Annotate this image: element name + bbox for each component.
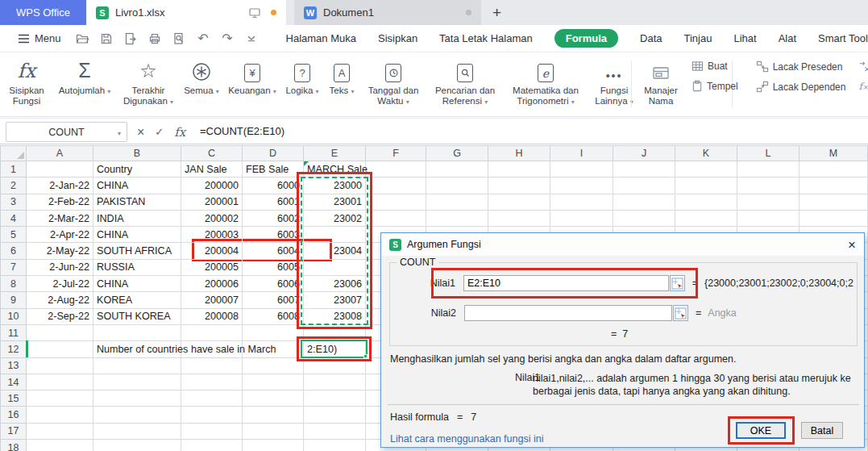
- cell[interactable]: 200007: [181, 292, 243, 308]
- cell[interactable]: [27, 440, 93, 451]
- column-header-l[interactable]: L: [737, 146, 799, 161]
- cell[interactable]: [426, 177, 488, 194]
- row-header-7[interactable]: 7: [1, 259, 27, 275]
- cell[interactable]: CHINA: [93, 227, 181, 243]
- cell[interactable]: [27, 341, 93, 357]
- open-icon[interactable]: [76, 31, 89, 45]
- cell[interactable]: CHINA: [93, 276, 181, 292]
- cell[interactable]: 200006: [181, 276, 243, 292]
- column-header-g[interactable]: G: [426, 146, 488, 161]
- document-tab-dokumen1[interactable]: W Dokumen1: [294, 0, 481, 25]
- menu-tab-halaman-muka[interactable]: Halaman Muka: [286, 32, 356, 44]
- export-pdf-icon[interactable]: [124, 31, 138, 45]
- cell[interactable]: [181, 423, 243, 439]
- row-header-9[interactable]: 9: [1, 292, 27, 308]
- new-tab-button[interactable]: +: [492, 4, 501, 22]
- cell[interactable]: JAN Sale: [181, 161, 243, 177]
- cell[interactable]: Number of countries have sale in March: [93, 341, 181, 357]
- cell[interactable]: [27, 324, 93, 340]
- cell[interactable]: [93, 440, 181, 451]
- cell[interactable]: [799, 210, 868, 226]
- cell[interactable]: [27, 423, 93, 439]
- cell[interactable]: [304, 374, 366, 390]
- cell[interactable]: INDIA: [93, 210, 181, 226]
- cell[interactable]: 6008: [243, 308, 304, 324]
- cell[interactable]: 2-Feb-22: [27, 194, 93, 210]
- print-icon[interactable]: [148, 31, 162, 45]
- cell[interactable]: [737, 161, 799, 177]
- cell[interactable]: [304, 423, 366, 439]
- cell[interactable]: 200003: [181, 227, 243, 243]
- cell[interactable]: [243, 357, 304, 374]
- cell[interactable]: [243, 407, 304, 423]
- autojumlah-button[interactable]: ΣAutojumlah ▾: [52, 52, 118, 97]
- row-header-3[interactable]: 3: [1, 194, 27, 210]
- cell[interactable]: [550, 210, 613, 226]
- column-header-m[interactable]: M: [799, 146, 868, 161]
- menu-tab-tata-letak-halaman[interactable]: Tata Letak Halaman: [439, 32, 533, 44]
- cell[interactable]: [181, 407, 243, 423]
- row-header-17[interactable]: 17: [1, 423, 27, 439]
- column-header-h[interactable]: H: [488, 146, 550, 161]
- print-preview-icon[interactable]: [172, 31, 186, 45]
- cell[interactable]: CHINA: [93, 177, 181, 194]
- cell[interactable]: [93, 423, 181, 439]
- cell[interactable]: 200000: [181, 177, 243, 194]
- cell[interactable]: [488, 194, 550, 210]
- main-menu-button[interactable]: Menu: [18, 32, 61, 44]
- buat-button[interactable]: Buat: [691, 61, 738, 72]
- column-header-d[interactable]: D: [243, 146, 304, 161]
- menu-tab-lihat[interactable]: Lihat: [733, 32, 756, 44]
- cell[interactable]: Country: [93, 161, 181, 177]
- undo-icon[interactable]: ↶: [197, 31, 210, 45]
- cell[interactable]: [93, 324, 181, 340]
- column-header-a[interactable]: A: [27, 146, 93, 161]
- cell[interactable]: [181, 357, 243, 374]
- menu-tab-alat[interactable]: Alat: [779, 32, 796, 44]
- cell[interactable]: [613, 177, 675, 194]
- cell[interactable]: 6003: [243, 227, 304, 243]
- cancel-entry-icon[interactable]: ×: [137, 125, 144, 140]
- row-header-13[interactable]: 13: [1, 357, 27, 374]
- cell[interactable]: 2-Jul-22: [27, 276, 93, 292]
- cell[interactable]: [93, 357, 181, 374]
- cell[interactable]: [27, 407, 93, 423]
- cell[interactable]: SOUTH AFRICA: [93, 243, 181, 259]
- row-header-2[interactable]: 2: [1, 177, 27, 194]
- cell[interactable]: [613, 161, 675, 177]
- menu-tab-formula[interactable]: Formula: [554, 29, 618, 48]
- cell[interactable]: 200001: [181, 194, 243, 210]
- close-icon[interactable]: ×: [848, 238, 856, 252]
- cell[interactable]: [366, 161, 426, 177]
- cell[interactable]: [799, 161, 868, 177]
- row-header-6[interactable]: 6: [1, 243, 27, 259]
- name-manager-button[interactable]: Manajer Nama: [635, 52, 687, 106]
- logika-button[interactable]: ?Logika ▾: [280, 52, 324, 97]
- cell[interactable]: [27, 390, 93, 407]
- insert-function-icon[interactable]: fx: [174, 125, 185, 140]
- cell[interactable]: [675, 161, 737, 177]
- cell[interactable]: 2-May-22: [27, 243, 93, 259]
- cell[interactable]: [243, 374, 304, 390]
- save-icon[interactable]: [100, 31, 114, 45]
- present-monitor-icon[interactable]: [248, 6, 261, 19]
- cell[interactable]: [181, 390, 243, 407]
- cell[interactable]: [488, 161, 550, 177]
- cell[interactable]: [27, 374, 93, 390]
- cell[interactable]: PAKISTAN: [93, 194, 181, 210]
- cell[interactable]: 2-Aug-22: [27, 292, 93, 308]
- cell[interactable]: 6000: [243, 177, 304, 194]
- cell[interactable]: [613, 194, 675, 210]
- cell[interactable]: [27, 357, 93, 374]
- cell[interactable]: [181, 374, 243, 390]
- cell[interactable]: [737, 210, 799, 226]
- column-header-e[interactable]: E: [304, 146, 366, 161]
- row-header-18[interactable]: 18: [1, 440, 27, 451]
- cell[interactable]: [737, 194, 799, 210]
- cell[interactable]: [613, 210, 675, 226]
- redo-icon[interactable]: ↷: [221, 31, 235, 45]
- lacak-dependen-button[interactable]: Lacak Dependen: [756, 81, 846, 93]
- cell[interactable]: [550, 161, 613, 177]
- row-header-10[interactable]: 10: [1, 308, 27, 324]
- help-link[interactable]: Lihat cara menggunakan fungsi ini: [390, 433, 543, 445]
